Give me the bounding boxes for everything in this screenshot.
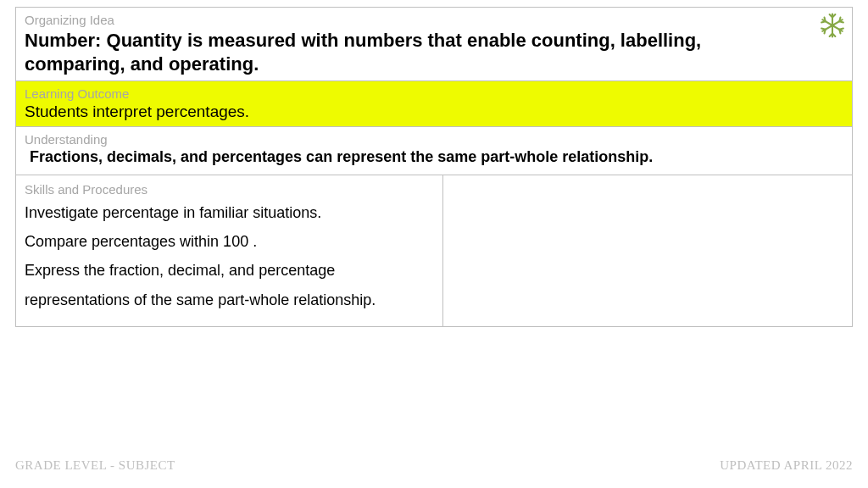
understanding-text: Fractions, decimals, and percentages can… — [25, 148, 843, 166]
organizing-idea-label: Organizing Idea — [25, 13, 801, 27]
learning-outcome-block: Learning Outcome Students interpret perc… — [15, 81, 853, 127]
understanding-block: Understanding Fractions, decimals, and p… — [15, 127, 853, 175]
svg-point-18 — [831, 24, 833, 26]
footer: GRADE LEVEL - SUBJECT UPDATED APRIL 2022 — [15, 458, 853, 473]
footer-right: UPDATED APRIL 2022 — [720, 458, 853, 473]
skills-right-column — [443, 175, 853, 326]
skills-label: Skills and Procedures — [25, 182, 434, 197]
skills-row: Skills and Procedures Investigate percen… — [15, 175, 853, 327]
skills-left-column: Skills and Procedures Investigate percen… — [16, 175, 443, 326]
curriculum-slide: Organizing Idea Number: Quantity is meas… — [0, 0, 868, 488]
skill-item: Express the fraction, decimal, and perce… — [25, 256, 434, 313]
organizing-idea-title: Number: Quantity is measured with number… — [25, 29, 801, 75]
organizing-idea-block: Organizing Idea Number: Quantity is meas… — [15, 7, 853, 81]
footer-left: GRADE LEVEL - SUBJECT — [15, 458, 175, 473]
understanding-label: Understanding — [25, 132, 843, 147]
skill-item: Compare percentages within 100 . — [25, 227, 434, 256]
snowflake-icon — [818, 11, 847, 43]
learning-outcome-label: Learning Outcome — [25, 86, 843, 101]
skill-item: Investigate percentage in familiar situa… — [25, 198, 434, 227]
learning-outcome-text: Students interpret percentages. — [25, 103, 843, 121]
